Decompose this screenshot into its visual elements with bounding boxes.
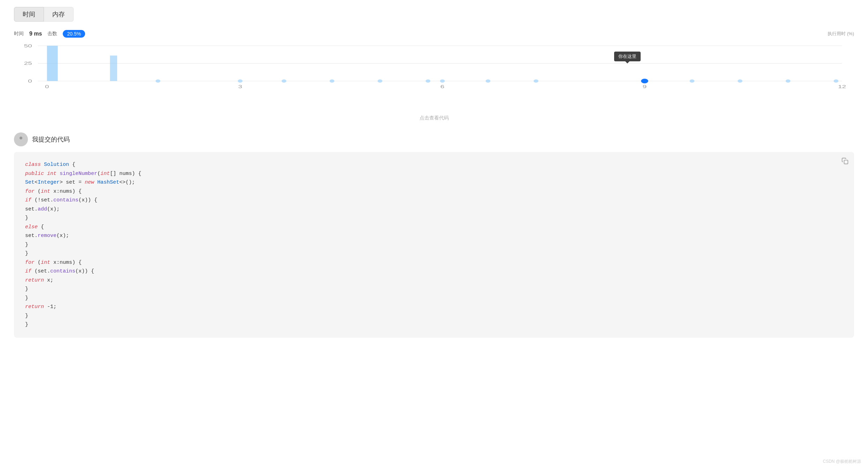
tab-time[interactable]: 时间 xyxy=(14,7,44,22)
avatar xyxy=(14,132,28,146)
svg-text:50: 50 xyxy=(24,43,32,48)
svg-point-8 xyxy=(156,79,160,83)
svg-point-9 xyxy=(238,79,243,83)
code-content: class Solution { public int singleNumber… xyxy=(25,160,843,329)
code-section-header: 我提交的代码 xyxy=(14,132,854,146)
svg-rect-6 xyxy=(47,46,58,81)
svg-point-14 xyxy=(440,79,445,83)
code-line: else { xyxy=(25,223,843,232)
code-line: return -1; xyxy=(25,302,843,312)
svg-rect-7 xyxy=(110,55,117,81)
code-line: for (int x:nums) { xyxy=(25,258,843,267)
code-line: } xyxy=(25,285,843,294)
tab-memory[interactable]: 内存 xyxy=(44,7,74,22)
time-label: 时间 xyxy=(14,31,24,37)
code-line: } xyxy=(25,294,843,303)
hits-badge: 20.5% xyxy=(63,30,85,38)
code-line: } xyxy=(25,249,843,258)
svg-point-11 xyxy=(330,79,334,83)
code-line: } xyxy=(25,312,843,321)
code-line: set.remove(x); xyxy=(25,231,843,240)
svg-text:0: 0 xyxy=(45,84,49,89)
code-line: if (!set.contains(x)) { xyxy=(25,196,843,205)
code-line: public int singleNumber(int[] nums) { xyxy=(25,169,843,178)
code-line: class Solution { xyxy=(25,160,843,169)
code-line: if (set.contains(x)) { xyxy=(25,267,843,276)
copy-button[interactable] xyxy=(841,158,848,166)
svg-point-19 xyxy=(738,79,742,83)
code-line: } xyxy=(25,320,843,329)
svg-point-20 xyxy=(786,79,791,83)
code-line: } xyxy=(25,214,843,223)
chart-container[interactable]: 50 25 0 0 xyxy=(14,42,854,105)
svg-text:25: 25 xyxy=(24,61,32,66)
svg-point-13 xyxy=(425,79,430,83)
performance-chart: 50 25 0 0 xyxy=(14,42,854,105)
svg-point-12 xyxy=(378,79,383,83)
svg-point-17 xyxy=(641,79,648,84)
stats-row: 时间 9 ms 击数 20.5% 执行用时 (%) xyxy=(14,30,854,38)
svg-point-15 xyxy=(485,79,490,83)
click-hint[interactable]: 点击查看代码 xyxy=(14,115,854,121)
code-line: Set<Integer> set = new HashSet<>(); xyxy=(25,178,843,187)
svg-text:3: 3 xyxy=(238,84,242,89)
svg-point-16 xyxy=(534,79,538,83)
svg-text:12: 12 xyxy=(838,84,846,89)
page-wrapper: 时间 内存 时间 9 ms 击数 20.5% 执行用时 (%) 50 25 0 xyxy=(0,0,868,468)
svg-point-10 xyxy=(281,79,286,83)
execution-label: 执行用时 (%) xyxy=(828,31,854,37)
code-line: return x; xyxy=(25,276,843,285)
svg-text:0: 0 xyxy=(28,78,32,84)
code-section-title: 我提交的代码 xyxy=(32,135,70,144)
code-line: } xyxy=(25,240,843,250)
svg-point-18 xyxy=(690,79,695,83)
code-block: class Solution { public int singleNumber… xyxy=(14,152,854,338)
footer: CSDN @极栀栀树源 xyxy=(823,459,861,465)
tabs-bar: 时间 内存 xyxy=(14,7,854,22)
code-line: set.add(x); xyxy=(25,205,843,214)
code-line: for (int x:nums) { xyxy=(25,187,843,196)
hits-label: 击数 xyxy=(47,31,57,37)
svg-point-21 xyxy=(833,79,838,83)
time-value: 9 ms xyxy=(29,31,42,37)
svg-text:6: 6 xyxy=(440,84,444,89)
svg-point-27 xyxy=(20,137,22,139)
svg-rect-28 xyxy=(844,160,848,164)
svg-text:9: 9 xyxy=(643,84,647,89)
